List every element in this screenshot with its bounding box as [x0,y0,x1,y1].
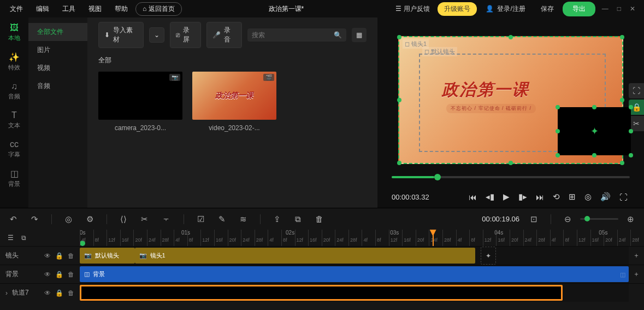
filter-audio[interactable]: 音频 [28,77,87,95]
window-minimize-icon[interactable]: — [602,5,608,13]
export-button[interactable]: 导出 [563,2,595,16]
volume-button[interactable]: 🔊 [598,190,613,204]
preview-progress[interactable] [392,176,630,178]
login-button[interactable]: 👤 登录/注册 [479,4,531,14]
zoom-out-button[interactable]: ⊖ [561,212,575,226]
window-close-icon[interactable]: ✕ [630,5,635,13]
zoom-in-button[interactable]: ⊕ [624,212,637,226]
tab-text[interactable]: T文本 [8,110,20,130]
tab-effects-label: 特效 [8,63,20,72]
add-keyframe-button[interactable]: ✦ [481,247,496,265]
track-delete-icon[interactable]: 🗑 [68,252,74,260]
fit-timeline-button[interactable]: ⊡ [527,212,541,226]
filter-all-files[interactable]: 全部文件 [28,23,87,41]
expand-icon[interactable]: › [5,289,8,297]
upgrade-button[interactable]: 升级账号 [438,2,477,16]
clip-scene-1[interactable]: 📷镜头1 [135,248,475,264]
zoom-handle[interactable] [584,216,590,221]
prev-frame-button[interactable]: ◂▮ [483,190,497,204]
media-item[interactable]: 政治第一课🎬 video_2023-02-... [192,72,276,132]
delete-button[interactable]: 🗑 [312,212,327,226]
menu-view[interactable]: 视图 [83,2,107,16]
tab-audio[interactable]: ♫音频 [8,81,20,101]
camera-icon: 📷 [169,74,180,81]
split-button[interactable]: ⫟ [159,212,174,226]
progress-handle[interactable] [434,174,441,180]
copy-button[interactable]: ⧉ [292,212,304,226]
playhead[interactable] [433,230,434,246]
code-button[interactable]: ⟨⟩ [117,212,130,226]
add-track-button[interactable]: ⧉ [21,234,26,242]
redo-button[interactable]: ↷ [28,212,42,226]
audio-icon: ♫ [11,81,17,91]
snapshot-button[interactable]: ◎ [582,190,594,204]
save-button[interactable]: 保存 [534,4,560,14]
home-icon: ⌂ [143,5,146,13]
search-icon[interactable]: 🔍 [334,31,342,39]
target-button[interactable]: ◎ [62,212,75,226]
feedback-label: 用户反馈 [404,4,430,14]
local-icon: 🖼 [10,23,19,33]
media-item[interactable]: 📷 camera_2023-0... [98,72,182,132]
crop-button[interactable]: ✂ [138,212,151,226]
record-screen-button[interactable]: ⎚录屏 [170,22,201,48]
tab-local[interactable]: 🖼本地 [8,23,20,42]
edit-button[interactable]: ✎ [215,212,229,226]
import-dropdown[interactable]: ⌄ [149,27,164,43]
feedback-icon: ☰ [395,5,401,13]
timeline-time: 00:00:19.06 [482,215,519,223]
import-button[interactable]: ⬇导入素材 [98,22,144,48]
track-visible-icon[interactable]: 👁 [44,289,51,297]
filter-video[interactable]: 视频 [28,59,87,77]
menu-file[interactable]: 文件 [4,2,28,16]
mark-button[interactable]: ☑ [194,212,208,226]
menu-tool[interactable]: 工具 [57,2,81,16]
layers-button[interactable]: ≋ [237,212,250,226]
grid-button[interactable]: ⊞ [566,190,578,204]
tab-background-label: 背景 [8,180,20,188]
search-input[interactable] [252,31,334,39]
track-visible-icon[interactable]: 👁 [44,252,51,260]
fullscreen-button[interactable]: ⛶ [617,190,630,204]
goto-start-button[interactable]: ⏮ [466,190,479,204]
track-list-button[interactable]: ☰ [8,234,14,242]
add-clip-button[interactable]: ＋ [629,265,644,283]
track-lock-icon[interactable]: 🔒 [55,289,63,297]
preview-canvas[interactable]: ◻ 镜头1 ◻ 默认镜头 政治第一课 不忘初心 / 牢记使命 / 砥砺前行 / … [398,36,623,164]
tab-effects[interactable]: ✨特效 [8,52,20,72]
record-audio-label: 录音 [224,26,236,44]
anchor-icon: ✦ [590,125,599,137]
feedback-button[interactable]: ☰ 用户反馈 [390,4,435,14]
grid-view-toggle[interactable]: ▦ [352,28,367,42]
play-button[interactable]: ▶ [501,190,512,204]
timeline-ruler[interactable]: 0s 01s 02s 03s 04s 05s 4f8f12f16f20f24f2… [80,230,644,246]
track-delete-icon[interactable]: 🗑 [68,271,74,278]
tab-subtitle[interactable]: cc字幕 [8,139,20,159]
undo-button[interactable]: ↶ [7,212,20,226]
filter-image[interactable]: 图片 [28,41,87,59]
record-audio-button[interactable]: 🎤录音 [206,22,242,48]
track-lock-icon[interactable]: 🔒 [55,252,63,260]
clip-selected[interactable] [80,285,563,301]
pip-frame[interactable]: ✦ [558,107,631,155]
return-home-button[interactable]: ⌂ 返回首页 [135,2,182,16]
goto-end-button[interactable]: ⏭ [534,190,546,204]
search-box[interactable]: 🔍 [247,28,346,42]
tab-background[interactable]: ◫背景 [8,168,20,188]
next-frame-button[interactable]: ▮▸ [516,190,529,204]
add-clip-button[interactable]: ＋ [629,247,644,265]
media-item-name: video_2023-02-... [192,120,276,132]
clip-background[interactable]: ◫背景◫ [80,266,629,282]
settings-button[interactable]: ⚙ [83,212,97,226]
track-lock-icon[interactable]: 🔒 [55,271,63,278]
menu-edit[interactable]: 编辑 [31,2,55,16]
grid-icon: ▦ [356,31,362,39]
track-delete-icon[interactable]: 🗑 [68,289,74,297]
loop-button[interactable]: ⟲ [551,190,562,204]
track-visible-icon[interactable]: 👁 [44,271,51,278]
menu-help[interactable]: 帮助 [109,2,133,16]
export-clip-button[interactable]: ⇪ [270,212,284,226]
clip-default-scene[interactable]: 📷默认镜头 [80,248,135,264]
zoom-slider[interactable] [580,218,618,220]
window-maximize-icon[interactable]: □ [617,5,621,13]
